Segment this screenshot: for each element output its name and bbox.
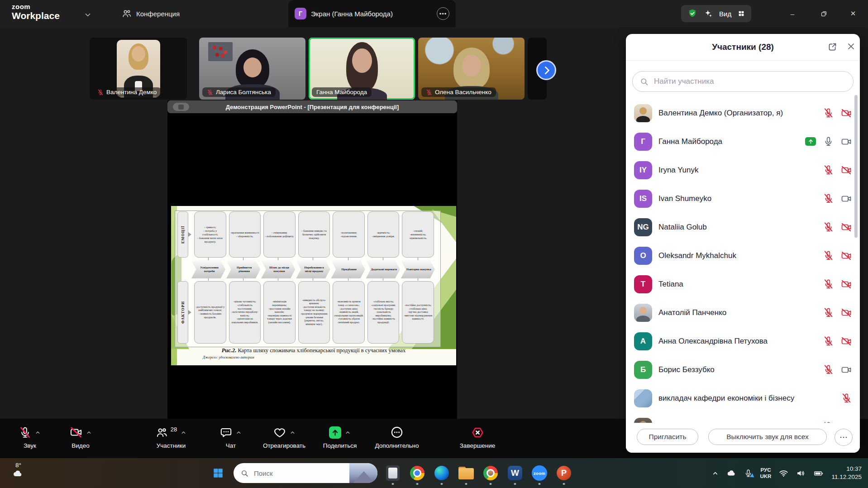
photos-app-icon[interactable] [384,464,402,482]
participant-name: Oleksandr Mykhalchuk [658,251,817,260]
grid-view-icon[interactable] [738,10,745,17]
participant-row[interactable]: Анатолій Панченко [626,298,860,327]
tab-more-button[interactable]: ••• [437,7,449,20]
video-off-icon [841,307,852,318]
file-explorer-icon[interactable] [457,464,475,482]
next-videos-button[interactable] [536,60,556,80]
participant-row[interactable]: викладач кафедри економіки і бізнесу [626,384,860,412]
participant-row[interactable]: T Tetiana [626,270,860,298]
figure-caption: Рис.2. Карта шляху споживача хлібопекарс… [171,347,456,354]
ai-sparkle-icon[interactable] [704,9,713,18]
restore-button[interactable] [816,6,831,21]
invite-button[interactable]: Пригласить [637,429,698,445]
powerpoint-app-icon[interactable]: P [555,464,573,482]
tray-chevron-up-icon[interactable] [712,470,719,477]
scrollbar-thumb[interactable] [854,95,858,238]
chevron-down-icon[interactable] [84,11,92,19]
battery-icon[interactable] [813,469,824,478]
weather-widget[interactable]: 8° [12,462,24,478]
participant-row[interactable]: Б Борис Беззубко [626,355,860,384]
chevron-up-icon[interactable] [35,430,41,435]
avatar [634,418,652,423]
avatar: Г [295,8,306,19]
onedrive-cloud-icon[interactable] [726,469,736,478]
participant-name: Анатолій Панченко [658,308,817,317]
participant-row[interactable]: IS Ivan Shumeyko [626,184,860,213]
popout-icon[interactable] [828,42,837,52]
avatar: IS [634,190,652,208]
edge-app-icon[interactable] [433,464,451,482]
chevron-up-icon[interactable] [86,430,92,435]
video-tile-hanna-active-speaker[interactable]: Ганна Майборода [309,38,415,100]
chevron-up-icon[interactable] [181,430,186,435]
participant-name-label: Олена Васильченко [421,87,496,97]
avatar: А [634,332,652,350]
participants-button[interactable]: 28 Участники [144,422,198,456]
participant-row[interactable]: NG Nataliia Golub [626,213,860,241]
participant-row[interactable]: А Анна Олександрівна Петухова [626,327,860,355]
app-title-bar: zoom Workplace Конференция Г Экран (Ганн… [0,0,868,27]
taskbar-search[interactable] [234,463,377,483]
mute-all-button[interactable]: Выключить звук для всех [708,429,827,445]
participant-row[interactable]: IY Iryna Yunyk [626,156,860,184]
end-meeting-button[interactable]: Завершение [453,422,502,456]
react-button[interactable]: Отреагировать [256,422,312,456]
volume-icon[interactable] [796,469,806,478]
tab-conference[interactable]: Конференция [115,0,186,27]
participant-row[interactable]: Валентина Демко (Организатор, я) [626,99,860,127]
participant-name: Борис Беззубко [658,365,817,374]
minimize-button[interactable]: – [785,6,800,21]
share-title-bar[interactable]: Демонстрация PowerPoint - [Презентация д… [167,100,457,113]
zoom-workplace-logo: zoom Workplace [12,3,60,20]
factor-box: -можливість купити товар «з запасом»; -д… [333,281,365,344]
participant-row[interactable]: Г Ганна Майборода [626,127,860,156]
more-button[interactable]: Дополнительно [367,422,426,456]
chrome-app-icon[interactable] [408,464,426,482]
shield-check-icon[interactable] [687,9,697,19]
share-screen-button[interactable]: Поделиться [317,422,363,456]
video-button[interactable]: Видео [60,422,101,456]
start-button[interactable] [209,464,227,482]
clock[interactable]: 10:37 11.12.2025 [831,465,862,481]
tab-screen-share[interactable]: Г Экран (Ганна Майборода) ••• [288,0,456,27]
view-label[interactable]: Вид [719,10,731,18]
mic-off-icon [823,165,834,175]
word-app-icon[interactable]: W [506,464,524,482]
participant-row-partial[interactable] [626,412,860,423]
tab-conference-label: Конференция [136,10,180,18]
mic-off-icon [823,307,834,318]
chevron-up-icon[interactable] [236,430,242,435]
video-tile-larysa[interactable]: Лариса Болтянська [199,38,305,100]
participants-panel: Участники (28) Валентина Демко (Организа… [626,34,860,453]
video-tile-valentyna[interactable]: Валентина Демко [90,38,187,100]
participant-row[interactable]: O Oleksandr Mykhalchuk [626,241,860,270]
chat-button[interactable]: Чат [212,422,250,456]
presenter-icon [173,103,189,111]
participant-name-label: Валентина Демко [93,87,161,97]
chat-icon [220,426,232,439]
chevron-up-icon[interactable] [345,430,351,435]
mic-in-use-icon[interactable] [744,469,753,478]
close-icon[interactable] [847,42,855,51]
zoom-app-icon[interactable]: zoom [530,464,548,482]
footer-more-button[interactable]: ⋯ [835,429,853,446]
video-on-icon [841,193,852,204]
emotion-box: -спокій; -впевненість; -прихильність. [402,211,434,258]
participant-name: Nataliia Golub [658,223,817,232]
participant-search[interactable] [632,71,854,92]
language-indicator[interactable]: РУС UKR [760,467,772,480]
audio-button[interactable]: Звук [11,422,49,456]
close-button[interactable]: ✕ [845,6,861,21]
avatar: NG [634,218,652,236]
taskbar-search-input[interactable] [253,469,332,478]
search-input[interactable] [653,77,846,86]
participant-name: Tetiana [658,280,817,289]
stage-arrow: Повторна покупка [401,260,435,278]
chevron-up-icon[interactable] [290,430,296,435]
factor-box: -мінімізація переміщень; -зростання онла… [263,281,296,344]
video-tile-olena[interactable]: Олена Васильченко [418,38,525,100]
share-title: Демонстрация PowerPoint - [Презентация д… [226,104,399,110]
factors-row: ФАКТОРИ -доступність продукції у найближ… [177,281,435,344]
chrome-profile-icon[interactable] [482,464,500,482]
wifi-icon[interactable] [779,469,788,478]
